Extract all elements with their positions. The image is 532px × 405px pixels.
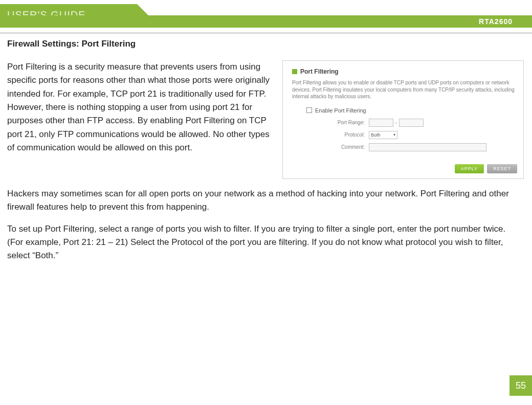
enable-port-filtering-checkbox[interactable] bbox=[306, 107, 312, 113]
intro-column: Port Filtering is a security measure tha… bbox=[7, 60, 273, 179]
header-main-bar: RTA2600 bbox=[0, 15, 532, 28]
screenshot-title-row: Port Filtering bbox=[292, 68, 517, 75]
port-range-label: Port Range: bbox=[292, 120, 369, 125]
port-range-start-input[interactable] bbox=[369, 119, 393, 127]
page-content: Firewall Settings: Port Filtering Port F… bbox=[0, 28, 532, 263]
protocol-select-value: Both bbox=[371, 132, 381, 138]
enable-port-filtering-row: Enable Port Filtering bbox=[306, 107, 517, 114]
hackers-paragraph: Hackers may sometimes scan for all open … bbox=[7, 187, 524, 214]
port-filtering-screenshot: Port Filtering Port Filtering allows you… bbox=[282, 60, 524, 179]
header-divider bbox=[0, 32, 532, 34]
section-title: Firewall Settings: Port Filtering bbox=[7, 39, 524, 49]
comment-label: Comment: bbox=[292, 144, 369, 150]
chevron-down-icon: ▾ bbox=[393, 132, 395, 137]
setup-paragraph: To set up Port Filtering, select a range… bbox=[7, 222, 524, 263]
apply-button[interactable]: APPLY bbox=[455, 164, 484, 173]
header: USER'S GUIDE RTA2600 bbox=[0, 4, 532, 28]
screenshot-description: Port Filtering allows you to enable or d… bbox=[292, 79, 517, 100]
port-range-dash: - bbox=[395, 120, 397, 125]
comment-input[interactable] bbox=[369, 143, 486, 151]
reset-button[interactable]: RESET bbox=[487, 164, 517, 173]
enable-port-filtering-label: Enable Port Filtering bbox=[315, 107, 366, 114]
screenshot-title: Port Filtering bbox=[300, 68, 339, 75]
port-filtering-icon bbox=[292, 69, 297, 74]
page-number: 55 bbox=[509, 375, 532, 396]
model-label: RTA2600 bbox=[479, 17, 513, 26]
protocol-label: Protocol: bbox=[292, 132, 369, 138]
port-range-end-input[interactable] bbox=[399, 119, 424, 127]
protocol-select[interactable]: Both ▾ bbox=[369, 131, 397, 139]
intro-paragraph: Port Filtering is a security measure tha… bbox=[7, 60, 273, 154]
